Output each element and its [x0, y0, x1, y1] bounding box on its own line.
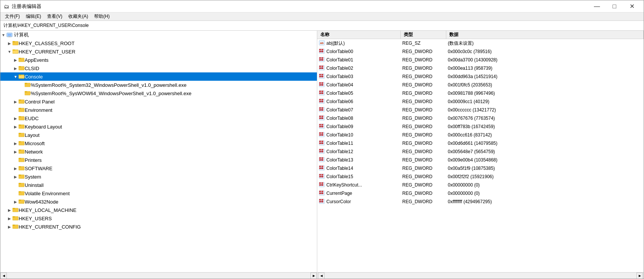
tree-item-system[interactable]: ▶ System — [0, 172, 317, 181]
expand-btn-microsoft[interactable]: ▶ — [13, 140, 19, 146]
svg-rect-58 — [321, 51, 323, 52]
menu-file[interactable]: 文件(F) — [2, 13, 23, 20]
tree-item-layout[interactable]: Layout — [0, 131, 317, 139]
table-row[interactable]: ab ColorTable10 REG_DWORD 0x000cc616 (83… — [317, 131, 644, 139]
expand-btn-hkcr[interactable]: ▶ — [6, 40, 13, 46]
expand-btn-network[interactable]: ▶ — [13, 149, 19, 155]
expand-btn-clsid[interactable]: ▶ — [13, 65, 19, 71]
right-horizontal-scrollbar[interactable]: ◀ ▶ — [317, 272, 644, 279]
table-row[interactable]: ab ColorTable02 REG_DWORD 0x000ea113 (95… — [317, 64, 644, 72]
tree-item-wow6432[interactable]: ▶ Wow6432Node — [0, 197, 317, 206]
tree-item-ps1[interactable]: %SystemRoot%_System32_WindowsPowerShell_… — [0, 81, 317, 89]
menu-help[interactable]: 帮助(H) — [91, 13, 113, 20]
expand-btn-system[interactable]: ▶ — [13, 174, 19, 180]
cell-type: REG_DWORD — [401, 182, 446, 188]
menu-favorites[interactable]: 收藏夹(A) — [65, 13, 91, 20]
svg-rect-112 — [321, 126, 323, 127]
cell-type: REG_DWORD — [401, 124, 446, 129]
table-row[interactable]: ab ColorTable13 REG_DWORD 0x009e00b4 (10… — [317, 156, 644, 164]
table-row[interactable]: ab ColorTable01 REG_DWORD 0x00da3700 (14… — [317, 56, 644, 64]
registry-values-list[interactable]: ab ab|(默认) REG_SZ (数值未设置) ab ColorTable0… — [317, 39, 644, 272]
scroll-left-arrow[interactable]: ◀ — [0, 273, 7, 279]
table-row[interactable]: ab ColorTable15 REG_DWORD 0x00f2f2f2 (15… — [317, 172, 644, 181]
cell-name: ab CurrentPage — [317, 190, 401, 197]
table-row[interactable]: ab ColorTable06 REG_DWORD 0x00009cc1 (40… — [317, 97, 644, 106]
tree-item-hklm[interactable]: ▶ HKEY_LOCAL_MACHINE — [0, 206, 317, 214]
expand-btn-appevents[interactable]: ▶ — [13, 57, 19, 63]
cell-data: 0x00009cc1 (40129) — [446, 99, 644, 104]
tree-item-uninstall[interactable]: Uninstall — [0, 181, 317, 189]
svg-rect-157 — [319, 191, 321, 192]
scroll-track[interactable] — [7, 273, 310, 279]
menu-edit[interactable]: 编辑(E) — [23, 13, 44, 20]
tree-item-environment[interactable]: Environment — [0, 106, 317, 114]
tree-item-hkcu[interactable]: ▼ HKEY_CURRENT_USER — [0, 47, 317, 56]
expand-btn-hku[interactable]: ▶ — [6, 215, 13, 221]
cell-type: REG_DWORD — [401, 49, 446, 54]
tree-item-keyboardlayout[interactable]: ▶ Keyboard Layout — [0, 122, 317, 131]
expand-btn-hkcu[interactable]: ▼ — [6, 49, 13, 55]
folder-icon-printers — [19, 157, 25, 163]
table-row[interactable]: ab ColorTable08 REG_DWORD 0x00767676 (77… — [317, 114, 644, 122]
expand-btn-eudc[interactable]: ▶ — [13, 115, 19, 121]
table-row[interactable]: ab CursorColor REG_DWORD 0xffffffff (429… — [317, 197, 644, 206]
table-row[interactable]: ab ColorTable07 REG_DWORD 0x00cccccc (13… — [317, 106, 644, 114]
tree-item-computer[interactable]: ▼ 计算机 — [0, 31, 317, 39]
maximize-button[interactable]: □ — [606, 0, 623, 13]
table-row[interactable]: ab ColorTable00 REG_DWORD 0x000c0c0c (78… — [317, 47, 644, 56]
table-row[interactable]: ab ColorTable12 REG_DWORD 0x005648e7 (56… — [317, 147, 644, 156]
cell-name: ab ColorTable11 — [317, 140, 401, 147]
cell-name: ab CtrlKeyShortcut... — [317, 182, 401, 188]
tree-item-microsoft[interactable]: ▶ Microsoft — [0, 139, 317, 147]
svg-rect-40 — [19, 183, 21, 184]
table-row[interactable]: ab ColorTable04 REG_DWORD 0x001f0fc5 (20… — [317, 81, 644, 89]
expand-btn-hkcc[interactable]: ▶ — [6, 224, 13, 230]
svg-rect-127 — [319, 149, 321, 150]
tree-item-printers[interactable]: Printers — [0, 156, 317, 164]
title-bar: 🗂 注册表编辑器 — □ ✕ — [0, 0, 644, 13]
tree-item-volatile[interactable]: Volatile Environment — [0, 189, 317, 197]
right-scroll-track[interactable] — [324, 273, 636, 279]
cell-data: 0x000c0c0c (789516) — [446, 49, 644, 54]
left-horizontal-scrollbar[interactable]: ◀ ▶ — [0, 272, 317, 279]
tree-item-ps2[interactable]: %SystemRoot%_SysWOW64_WindowsPowerShell_… — [0, 89, 317, 97]
folder-icon-hkcc — [13, 224, 19, 230]
expand-btn-software[interactable]: ▶ — [13, 165, 19, 171]
table-row[interactable]: ab CtrlKeyShortcut... REG_DWORD 0x000000… — [317, 181, 644, 189]
tree-item-console[interactable]: ▼ Console — [0, 72, 317, 81]
table-row[interactable]: ab CurrentPage REG_DWORD 0x00000000 (0) — [317, 189, 644, 197]
cell-data: 0x009e00b4 (10354868) — [446, 157, 644, 163]
table-row[interactable]: ab ab|(默认) REG_SZ (数值未设置) — [317, 39, 644, 47]
minimize-button[interactable]: — — [588, 0, 606, 13]
table-row[interactable]: ab ColorTable14 REG_DWORD 0x00a5f1f9 (10… — [317, 164, 644, 172]
tree-item-appevents[interactable]: ▶ AppEvents — [0, 56, 317, 64]
window-title: 注册表编辑器 — [12, 3, 41, 10]
right-scroll-right[interactable]: ▶ — [636, 273, 643, 279]
tree-item-hkcc[interactable]: ▶ HKEY_CURRENT_CONFIG — [0, 223, 317, 231]
expand-btn-hklm[interactable]: ▶ — [6, 207, 13, 213]
expand-btn-computer[interactable]: ▼ — [0, 32, 6, 38]
table-row[interactable]: ab ColorTable09 REG_DWORD 0x00ff783b (16… — [317, 122, 644, 131]
tree-item-clsid[interactable]: ▶ CLSID — [0, 64, 317, 72]
menu-view[interactable]: 查看(V) — [44, 13, 65, 20]
folder-icon-console — [19, 74, 25, 80]
tree-item-hkcr[interactable]: ▶ HKEY_CLASSES_ROOT — [0, 39, 317, 47]
table-row[interactable]: ab ColorTable11 REG_DWORD 0x00d6d661 (14… — [317, 139, 644, 147]
tree-item-network[interactable]: ▶ Network — [0, 147, 317, 156]
cell-data: 0x005648e7 (5654759) — [446, 149, 644, 154]
tree-view[interactable]: ▼ 计算机▶ HKEY_CLASSES_ROOT▼ HKEY_CURRENT_U… — [0, 31, 317, 272]
tree-item-eudc[interactable]: ▶ EUDC — [0, 114, 317, 122]
tree-item-hku[interactable]: ▶ HKEY_USERS — [0, 214, 317, 223]
scroll-right-arrow[interactable]: ▶ — [310, 273, 317, 279]
expand-btn-console[interactable]: ▼ — [13, 74, 19, 80]
expand-btn-controlpanel[interactable]: ▶ — [13, 99, 19, 105]
table-row[interactable]: ab ColorTable03 REG_DWORD 0x00dd963a (14… — [317, 72, 644, 81]
expand-btn-keyboardlayout[interactable]: ▶ — [13, 124, 19, 130]
cell-name: ab ab|(默认) — [317, 40, 401, 47]
expand-btn-wow6432[interactable]: ▶ — [13, 199, 19, 205]
right-scroll-left[interactable]: ◀ — [318, 273, 324, 279]
table-row[interactable]: ab ColorTable05 REG_DWORD 0x00981788 (99… — [317, 89, 644, 97]
tree-item-controlpanel[interactable]: ▶ Control Panel — [0, 97, 317, 106]
close-button[interactable]: ✕ — [623, 0, 641, 13]
tree-item-software[interactable]: ▶ SOFTWARE — [0, 164, 317, 172]
